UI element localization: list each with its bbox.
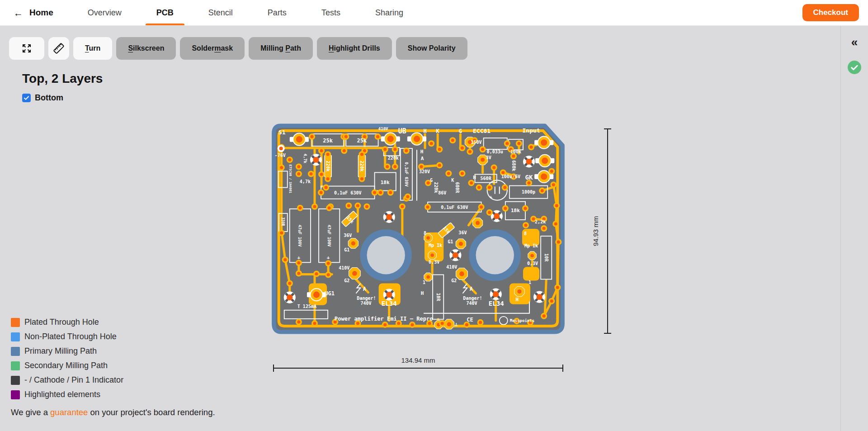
silk-label: 2,2k [535, 219, 546, 224]
silk-label: 740V [360, 301, 371, 306]
silk-label: 320V [419, 169, 430, 174]
silk-label: Danger! [357, 296, 376, 301]
page-title: Top, 2 Layers [22, 71, 103, 86]
render-legend: Plated Through Hole Non-Plated Through H… [11, 317, 123, 399]
silk-label: ECC81 [473, 128, 491, 134]
highlight-drills-button[interactable]: Highlight Drills [317, 37, 392, 60]
soldermask-button[interactable]: Soldermask [180, 37, 245, 60]
silk-label: T 125mA [297, 304, 316, 309]
ruler-icon [53, 43, 65, 54]
silk-label: 8 [424, 231, 426, 236]
silk-label: 18k [511, 208, 520, 213]
silk-label: 680k [511, 160, 516, 171]
silk-label: G [459, 128, 462, 134]
silk-label: 3V [486, 155, 491, 160]
height-dimension: 94.93 mm [592, 128, 612, 335]
silk-label: 0,1uF 630V [441, 205, 468, 210]
silk-label: 4,7k [300, 179, 311, 184]
silk-label: GK [525, 174, 533, 181]
legend-swatch [11, 332, 20, 341]
tab-stencil[interactable]: Stencil [208, 0, 233, 25]
silk-label: + [327, 255, 330, 260]
silk-label: G2 [344, 278, 349, 283]
collapse-panel-button[interactable]: « [849, 33, 860, 51]
guarantee-link[interactable]: guarantee [50, 407, 88, 417]
width-dimension-label: 134.94 mm [401, 356, 435, 364]
silk-label: 220k [359, 161, 364, 171]
silk-label: Input [522, 127, 540, 134]
silk-label: G [430, 178, 433, 183]
silk-label: 0,3V [429, 260, 439, 265]
silk-label: ⊥ [550, 157, 554, 164]
legend-item: Secondary Milling Path [11, 361, 123, 370]
width-dimension: 134.94 mm [272, 355, 564, 374]
silk-label: 10R [436, 293, 441, 302]
silk-label: UG1 [325, 290, 335, 297]
silk-label: EL34 [382, 300, 397, 307]
legend-item: - / Cathode / Pin 1 Indicator [11, 375, 123, 385]
checkbox-checked-icon [22, 94, 31, 102]
tab-tests[interactable]: Tests [321, 0, 340, 25]
silk-label: ⊥ [455, 322, 458, 327]
right-panel: « [840, 25, 868, 431]
silk-label: Mp Ik [524, 243, 538, 248]
legend-swatch [11, 376, 20, 385]
silk-label: 330R [281, 217, 285, 226]
silk-label: H [423, 128, 426, 134]
silk-label: 36V [458, 230, 467, 235]
silk-label: 0,3V [527, 261, 538, 266]
legend-swatch [11, 390, 20, 399]
silk-label: 4,7k [303, 153, 307, 163]
silk-label: 410V [446, 265, 457, 270]
silk-label: H [421, 290, 424, 296]
show-polarity-button[interactable]: Show Polarity [396, 37, 467, 60]
guarantee-note: We give a guarantee on your project's bo… [11, 407, 215, 417]
silk-label: -76V [275, 153, 286, 158]
silk-label: H [516, 297, 519, 303]
tab-overview[interactable]: Overview [88, 0, 122, 25]
silkscreen-button[interactable]: Silkscreen [116, 37, 176, 60]
nav-home[interactable]: ← Home [14, 8, 53, 18]
silk-label: G1 [344, 247, 349, 252]
silk-label: 220k [326, 161, 330, 171]
silk-label: H [473, 175, 476, 180]
silk-label: 100u/6V [501, 174, 520, 179]
silk-label: 25k [323, 137, 333, 144]
silk-label: 410V [339, 265, 349, 270]
checkout-button[interactable]: Checkout [802, 4, 859, 21]
legend-item: Highlighted elements [11, 390, 123, 399]
fullscreen-button[interactable] [9, 37, 44, 60]
silk-label: EL34 [489, 300, 504, 307]
turn-button[interactable]: Turn [73, 37, 112, 60]
bottom-layer-toggle[interactable]: Bottom [22, 93, 63, 103]
silk-label: 680R [455, 182, 460, 194]
silk-label: 86V [438, 190, 446, 195]
silk-label: Power amplifier Emi II – Repro [335, 316, 433, 322]
measure-button[interactable] [48, 37, 69, 60]
silk-label: UB [398, 127, 406, 135]
tab-parts[interactable]: Parts [268, 0, 287, 25]
status-check-icon [848, 61, 861, 74]
tab-sharing[interactable]: Sharing [375, 0, 403, 25]
tab-pcb[interactable]: PCB [156, 0, 174, 25]
silk-label: 0,1uF 630V [334, 190, 361, 195]
silk-label: K [436, 128, 440, 134]
legend-swatch [11, 347, 20, 356]
silk-label: A [470, 286, 473, 292]
silk-label: 100k [510, 149, 521, 154]
silk-label: K [451, 178, 454, 183]
silk-label: 36V [344, 233, 352, 238]
silk-label: 220k [388, 156, 399, 161]
chevrons-left-icon: « [851, 35, 858, 49]
silk-label: 0,033u [487, 149, 503, 154]
silk-label: 560R [481, 176, 492, 181]
pcb-toolbar: Turn Silkscreen Soldermask Milling Path … [9, 37, 467, 60]
home-label: Home [29, 8, 53, 18]
bottom-label: Bottom [35, 93, 63, 103]
silk-label: CE [467, 317, 473, 323]
silk-label: 10R [544, 253, 549, 262]
silk-label: + [297, 255, 301, 260]
pcb-render[interactable]: S125k25k410VUBHKGECC81Input150V0,033u100… [271, 123, 565, 334]
milling-path-button[interactable]: Milling Path [249, 37, 313, 60]
silk-label: + [490, 194, 492, 199]
